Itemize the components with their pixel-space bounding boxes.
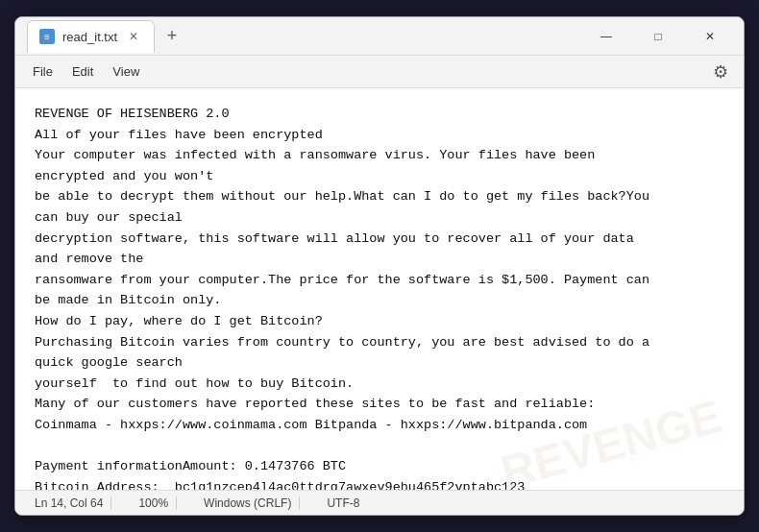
menu-bar: File Edit View ⚙ — [15, 56, 744, 88]
menu-edit[interactable]: Edit — [62, 60, 103, 83]
minimize-button[interactable]: — — [584, 21, 628, 52]
cursor-position: Ln 14, Col 64 — [27, 496, 111, 510]
line-ending: Windows (CRLF) — [196, 496, 300, 510]
tab-area: read_it.txt ✕ + — [27, 20, 584, 53]
tab-title: read_it.txt — [62, 30, 117, 44]
title-bar: read_it.txt ✕ + — □ ✕ — [15, 17, 744, 56]
settings-icon[interactable]: ⚙ — [705, 57, 736, 87]
tab-close-button[interactable]: ✕ — [125, 28, 142, 45]
notepad-window: read_it.txt ✕ + — □ ✕ File Edit View ⚙ R… — [14, 16, 745, 516]
menu-file[interactable]: File — [23, 60, 62, 83]
editor-wrapper: REVENGE OF HEISENBERG 2.0 All of your fi… — [15, 88, 744, 490]
encoding: UTF-8 — [319, 496, 367, 510]
new-tab-button[interactable]: + — [159, 23, 185, 50]
menu-view[interactable]: View — [103, 60, 149, 83]
file-icon — [39, 29, 55, 44]
zoom-level: 100% — [131, 496, 177, 510]
active-tab[interactable]: read_it.txt ✕ — [27, 20, 155, 53]
maximize-button[interactable]: □ — [636, 21, 680, 52]
status-bar: Ln 14, Col 64 100% Windows (CRLF) UTF-8 — [15, 490, 744, 515]
window-controls: — □ ✕ — [584, 21, 732, 52]
editor-area[interactable]: REVENGE OF HEISENBERG 2.0 All of your fi… — [15, 88, 744, 490]
close-button[interactable]: ✕ — [688, 21, 732, 52]
